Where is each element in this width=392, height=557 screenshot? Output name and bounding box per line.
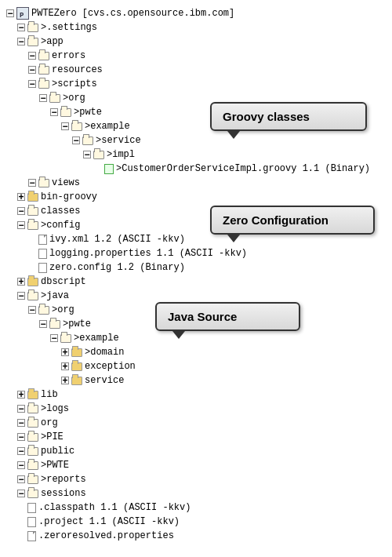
tree-row[interactable]: .classpath 1.1 (ASCII -kkv) (6, 501, 392, 515)
collapse-icon[interactable] (72, 137, 80, 144)
tree-item-label: sessions (41, 486, 86, 501)
folder-open-icon (27, 24, 38, 32)
folder-open-icon (93, 151, 104, 159)
tree-row[interactable]: exception (6, 359, 392, 373)
tree-row[interactable]: >example (6, 331, 392, 345)
tree-row[interactable]: dbscript (6, 275, 392, 289)
collapse-icon[interactable] (17, 405, 25, 413)
tree-row[interactable]: public (6, 444, 392, 458)
folder-open-icon (71, 122, 82, 131)
tree-row[interactable]: >.settings (6, 20, 392, 35)
project-icon (16, 7, 29, 20)
collapse-icon[interactable] (17, 24, 25, 31)
tree-row[interactable]: lib (6, 388, 392, 402)
collapse-icon[interactable] (28, 306, 36, 314)
folder-open-icon (49, 94, 60, 103)
tree-row[interactable]: resources (6, 63, 392, 77)
tree-row[interactable]: >reports (6, 472, 392, 486)
collapse-icon[interactable] (17, 221, 25, 229)
tree-row[interactable]: >org (6, 91, 392, 105)
tree-row[interactable]: zero.config 1.2 (Binary) (6, 260, 392, 275)
tree-row[interactable]: sessions (6, 486, 392, 501)
tree-item-label: views (52, 176, 80, 190)
tree-item-label: >org (52, 303, 74, 317)
collapse-icon[interactable] (17, 461, 25, 469)
tree-row[interactable]: bin-groovy (6, 190, 392, 204)
tree-row[interactable]: >service (6, 133, 392, 147)
tree-row[interactable]: .project 1.1 (ASCII -kkv) (6, 515, 392, 529)
tree-row[interactable]: ivy.xml 1.2 (ASCII -kkv) (6, 232, 392, 246)
tree-row[interactable]: >java (6, 289, 392, 303)
tree-row[interactable]: >org (6, 303, 392, 317)
tree-item-label: >java (41, 289, 69, 303)
tree-row[interactable]: >app (6, 35, 392, 49)
collapse-icon[interactable] (28, 80, 36, 88)
collapse-icon[interactable] (83, 151, 91, 158)
collapse-icon[interactable] (28, 179, 36, 187)
tree-row[interactable]: >PWTE (6, 458, 392, 472)
tree-item-label: bin-groovy (41, 190, 97, 204)
tree-item-label: resources (52, 63, 103, 77)
tree-row[interactable]: classes (6, 204, 392, 218)
tree-item-label: >service (96, 133, 141, 147)
tree-row[interactable]: PWTEZero [cvs.cs.opensource.ibm.com] (6, 6, 392, 20)
tree-row[interactable]: >example (6, 119, 392, 133)
folder-open-icon (27, 433, 38, 442)
collapse-icon[interactable] (50, 334, 58, 342)
tree-row[interactable]: >logs (6, 402, 392, 416)
collapse-icon[interactable] (17, 490, 25, 497)
collapse-icon[interactable] (17, 419, 25, 427)
tree-row[interactable]: views (6, 176, 392, 190)
collapse-icon[interactable] (28, 66, 36, 74)
tree-item-label: .zeroresolved.properties (38, 529, 174, 543)
tree-row[interactable]: logging.properties 1.1 (ASCII -kkv) (6, 246, 392, 260)
collapse-icon[interactable] (50, 108, 58, 116)
expand-icon[interactable] (17, 193, 25, 201)
expand-icon[interactable] (61, 377, 69, 384)
collapse-icon[interactable] (17, 292, 25, 300)
collapse-icon[interactable] (17, 207, 25, 215)
tree-item-label: >CustomerOrderServiceImpl.groovy 1.1 (Bi… (116, 162, 370, 176)
tree-row[interactable]: >PIE (6, 430, 392, 444)
collapse-icon[interactable] (61, 122, 69, 130)
tree-row[interactable]: >scripts (6, 77, 392, 91)
collapse-icon[interactable] (39, 320, 47, 328)
tree-row[interactable]: service (6, 373, 392, 388)
tree-item-label: lib (41, 388, 58, 402)
properties-file-icon (27, 503, 36, 513)
expand-icon[interactable] (17, 391, 25, 399)
tree-row[interactable]: >config (6, 218, 392, 232)
tree-row[interactable]: >CustomerOrderServiceImpl.groovy 1.1 (Bi… (6, 162, 392, 176)
folder-open-icon (38, 179, 49, 187)
tree-row[interactable]: org (6, 416, 392, 430)
tree-row[interactable]: .zeroresolved.properties (6, 529, 392, 543)
expand-icon[interactable] (17, 278, 25, 286)
properties-file-icon (38, 249, 47, 259)
tree-row[interactable]: errors (6, 49, 392, 63)
folder-open-icon (38, 52, 49, 60)
tree-item-label: .classpath 1.1 (ASCII -kkv) (38, 501, 191, 515)
tree-row[interactable]: >domain (6, 345, 392, 359)
tree-item-label: >config (41, 218, 80, 232)
folder-open-icon (27, 38, 38, 46)
expand-icon[interactable] (61, 362, 69, 370)
tree-item-label: >logs (41, 402, 69, 416)
collapse-icon[interactable] (17, 447, 25, 455)
tree-row[interactable]: >impl (6, 147, 392, 162)
folder-icon (71, 377, 82, 385)
tree-item-label: >org (63, 91, 85, 105)
collapse-icon[interactable] (17, 475, 25, 483)
tree-item-label: errors (52, 49, 85, 63)
collapse-icon[interactable] (39, 94, 47, 102)
collapse-icon[interactable] (28, 52, 36, 60)
folder-open-icon (27, 490, 38, 498)
collapse-icon[interactable] (6, 9, 14, 17)
collapse-icon[interactable] (17, 433, 25, 441)
file-tree: PWTEZero [cvs.cs.opensource.ibm.com]>.se… (0, 0, 392, 549)
tree-item-label: classes (41, 204, 80, 218)
folder-open-icon (60, 108, 71, 117)
expand-icon[interactable] (61, 348, 69, 356)
collapse-icon[interactable] (17, 38, 25, 46)
tree-row[interactable]: >pwte (6, 105, 392, 119)
tree-row[interactable]: >pwte (6, 317, 392, 331)
